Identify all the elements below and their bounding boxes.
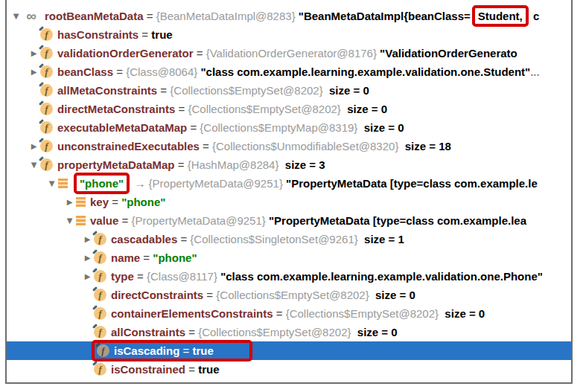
row-segment: beanClass	[57, 65, 113, 78]
row-segment: =	[113, 65, 126, 78]
tree-row-rootBeanMetaData[interactable]: ▼∞rootBeanMetaData = {BeanMetaDataImpl@8…	[7, 7, 571, 25]
field-icon: f	[94, 233, 106, 245]
expand-arrow-icon[interactable]: ▶	[63, 198, 76, 206]
tree-row-hasConstraints[interactable]: fhasConstraints = true	[7, 25, 571, 44]
row-segment: "PropertyMetaData [type=class com.exampl…	[269, 214, 526, 227]
row-segment: "PropertyMetaData [type=class com.exampl…	[286, 177, 538, 190]
row-segment: =	[273, 307, 286, 320]
annotation-box-segment: Student,	[472, 5, 529, 27]
row-segment: name	[111, 251, 140, 264]
row-segment: "phone"	[153, 251, 197, 264]
tree-row-validationOrderGenerator[interactable]: ▶fvalidationOrderGenerator = {Validation…	[7, 44, 571, 62]
collapse-arrow-icon[interactable]: ▼	[63, 216, 76, 225]
row-segment: =	[185, 363, 198, 376]
variables-panel: ▼∞rootBeanMetaData = {BeanMetaDataImpl@8…	[5, 0, 573, 384]
tree-row-cascadables[interactable]: ▶fcascadables = {Collections$SingletonSe…	[7, 230, 571, 248]
tree-row-beanClass[interactable]: ▶fbeanClass = {Class@8064} "class com.ex…	[7, 62, 571, 81]
expand-arrow-icon[interactable]: ▶	[81, 235, 94, 243]
row-segment: size = 0	[369, 289, 415, 301]
expand-arrow-icon[interactable]: ▶	[28, 142, 40, 150]
field-icon: f	[94, 326, 106, 338]
row-segment: =	[144, 10, 156, 22]
row-segment: cascadables	[111, 233, 177, 245]
row-segment: validationOrderGenerator	[57, 47, 194, 60]
tree-row-isCascading[interactable]: fisCascading = true	[7, 341, 571, 360]
row-segment: =	[175, 158, 188, 171]
row-segment: true	[192, 344, 213, 357]
row-segment: =	[177, 233, 190, 245]
tree-row-entry-phone[interactable]: ▼"phone" → {PropertyMetaData@9251} "Prop…	[7, 174, 571, 193]
map-entry-icon	[76, 197, 86, 207]
row-segment: true	[151, 28, 172, 41]
row-segment: {HashMap@8284}	[188, 158, 279, 171]
row-segment: size = 0	[323, 84, 369, 97]
row-segment: size = 0	[357, 121, 404, 134]
tree-row-isConstrained[interactable]: fisConstrained = true	[7, 360, 571, 379]
watch-icon: ∞	[22, 7, 40, 25]
variables-tree: ▼∞rootBeanMetaData = {BeanMetaDataImpl@8…	[7, 7, 571, 379]
field-icon: f	[40, 65, 53, 78]
row-segment: size = 0	[439, 307, 485, 320]
collapse-arrow-icon[interactable]: ▼	[10, 12, 22, 20]
tree-row-containerElementsConstraints[interactable]: fcontainerElementsConstraints = {Collect…	[7, 304, 571, 323]
field-icon: f	[94, 307, 106, 320]
tree-row-type[interactable]: ▶ftype = {Class@8117} "class com.example…	[7, 267, 571, 286]
tree-row-directMetaConstraints[interactable]: fdirectMetaConstraints = {Collections$Em…	[7, 100, 571, 118]
row-segment: =	[187, 121, 200, 134]
row-segment: =	[109, 196, 121, 208]
row-segment: allMetaConstraints	[57, 84, 157, 97]
row-segment: "class com.example.learning.example.vali…	[220, 270, 543, 283]
tree-row-propertyMetaDataMap[interactable]: ▼fpropertyMetaDataMap = {HashMap@8284} s…	[7, 155, 571, 174]
row-segment: size = 0	[351, 326, 398, 338]
row-segment: unconstrainedExecutables	[57, 140, 200, 152]
tree-row-key[interactable]: ▶key = "phone"	[7, 193, 571, 211]
row-segment: {Collections$EmptySet@8202}	[216, 289, 369, 301]
row-segment: {Class@8064}	[126, 65, 200, 78]
row-segment: {Class@8117}	[147, 270, 220, 283]
row-segment: propertyMetaDataMap	[57, 158, 175, 171]
row-segment: isCascading	[114, 344, 179, 357]
field-icon: f	[94, 270, 106, 283]
tree-row-allConstraints[interactable]: fallConstraints = {Collections$EmptySet@…	[7, 323, 571, 341]
row-segment: directMetaConstraints	[57, 103, 175, 115]
field-icon: f	[40, 28, 53, 41]
row-segment: =	[134, 270, 147, 283]
annotation-box-segment: "phone"	[74, 173, 130, 194]
field-icon: f	[97, 344, 109, 357]
expand-arrow-icon[interactable]: ▶	[81, 272, 94, 280]
tree-row-allMetaConstraints[interactable]: fallMetaConstraints = {Collections$Empty…	[7, 81, 571, 100]
row-segment: size = 3	[278, 158, 325, 171]
tree-row-directConstraints[interactable]: fdirectConstraints = {Collections$EmptyS…	[7, 286, 571, 304]
row-segment: =	[200, 140, 212, 152]
row-segment: =	[185, 326, 198, 338]
row-segment: =	[157, 84, 170, 97]
tree-row-unconstrainedExecutables[interactable]: ▶funconstrainedExecutables = {Collection…	[7, 137, 571, 155]
field-icon: f	[94, 363, 106, 376]
map-entry-icon	[76, 216, 86, 225]
expand-arrow-icon[interactable]: ▶	[28, 68, 40, 76]
expand-arrow-icon[interactable]: ▶	[81, 254, 94, 262]
row-segment: →	[131, 177, 148, 190]
row-segment: executableMetaDataMap	[57, 121, 187, 134]
field-icon: f	[94, 251, 106, 264]
row-segment: =	[203, 289, 216, 301]
field-icon: f	[94, 289, 106, 301]
field-icon: f	[40, 103, 53, 115]
map-entry-icon	[58, 179, 68, 188]
tree-row-value[interactable]: ▼value = {PropertyMetaData@9251} "Proper…	[7, 211, 571, 230]
row-segment: =	[194, 47, 206, 60]
row-segment: {Collections$EmptyMap@8319}	[200, 121, 357, 134]
expand-arrow-icon[interactable]: ▶	[28, 49, 40, 57]
row-segment: type	[111, 270, 134, 283]
row-segment: ...	[530, 65, 540, 78]
collapse-arrow-icon[interactable]: ▼	[45, 179, 58, 187]
collapse-arrow-icon[interactable]: ▼	[28, 161, 40, 169]
row-segment: {Collections$EmptySet@8202}	[170, 84, 322, 97]
tree-row-executableMetaDataMap[interactable]: fexecutableMetaDataMap = {Collections$Em…	[7, 118, 571, 137]
tree-row-name[interactable]: ▶fname = "phone"	[7, 248, 571, 267]
row-segment: {Collections$EmptySet@8202}	[286, 307, 439, 320]
row-segment: "ValidationOrderGenerato	[380, 47, 517, 60]
row-segment: size = 18	[398, 140, 450, 152]
row-segment: {ValidationOrderGenerator@8176}	[206, 47, 380, 60]
row-segment: {Collections$EmptySet@8202}	[198, 326, 351, 338]
